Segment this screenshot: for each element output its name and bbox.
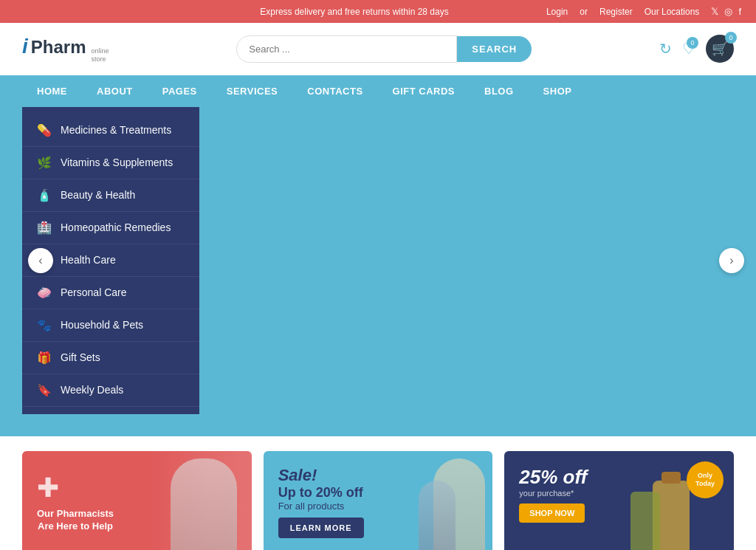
prev-arrow[interactable]: ‹ [28,248,53,273]
sidebar-household-pets-label: Household & Pets [61,319,143,331]
sidebar-gift-sets[interactable]: 🎁 Gift Sets [22,342,199,374]
gift-sets-icon: 🎁 [37,351,52,365]
or-text: or [580,7,588,17]
search-input[interactable] [236,35,457,63]
cart-button[interactable]: 🛒 0 [706,35,734,63]
personal-care-icon: 🧼 [37,286,52,300]
household-pets-icon: 🐾 [37,318,52,332]
sidebar-personal-care-label: Personal Care [61,286,127,298]
weekly-deals-icon: 🔖 [37,383,52,397]
hero-wrapper: ‹ 💊 Medicines & Treatments 🌿 Vitamins & … [22,107,734,414]
shop-now-button[interactable]: SHOP NOW [519,503,585,523]
promo-sale-desc: For all products [278,501,364,512]
sidebar-household-pets[interactable]: 🐾 Household & Pets [22,309,199,342]
promo-sale-people-bg [374,451,492,550]
cart-badge: 0 [725,32,737,44]
promo-discount-big: 25% off [519,466,587,489]
nav-contacts[interactable]: CONTACTS [292,75,377,107]
sidebar-vitamins-label: Vitamins & Supplements [61,157,173,168]
sidebar-beauty-label: Beauty & Health [61,189,135,201]
promo-sale-title: Sale! [278,466,364,485]
search-button[interactable]: SEARCH [457,36,532,62]
bottle2-shape [630,492,660,550]
only-today-badge: Only Today [687,461,724,498]
nav-about[interactable]: ABOUT [82,75,148,107]
sidebar-health-care-label: Health Care [61,254,116,266]
promo-discount-sub: your purchase* [519,489,587,498]
sidebar-vitamins[interactable]: 🌿 Vitamins & Supplements [22,147,199,179]
logo-sub: online store [91,47,109,63]
only-label: Only [698,472,712,480]
homeopathic-icon: 🏥 [37,221,52,235]
promo-section: ✚ Our Pharmacists Are Here to Help Sale!… [0,436,756,550]
promo-pharmacists-text: ✚ Our Pharmacists Are Here to Help [37,472,114,533]
logo-pharm: Pharm [31,37,86,58]
login-link[interactable]: Login [546,7,568,17]
refresh-icon[interactable]: ↻ [659,40,672,58]
logo-i: i [22,35,28,58]
promo-card-sale: Sale! Up to 20% off For all products LEA… [264,451,493,550]
cross-icon: ✚ [37,472,114,503]
medicines-icon: 💊 [37,123,52,137]
promo-discount-text: 25% off your purchase* SHOP NOW [519,466,587,523]
locations-link[interactable]: Our Locations [645,7,700,17]
register-link[interactable]: Register [599,7,633,17]
social-icons: 𝕏 ◎ f [711,6,741,17]
sidebar-gift-sets-label: Gift Sets [61,351,100,363]
sidebar-beauty[interactable]: 🧴 Beauty & Health [22,179,199,212]
promo-card-discount: Only Today 25% off your purchase* SHOP N… [504,451,734,550]
logo-store: store [91,55,109,63]
promo-sale-text: Sale! Up to 20% off For all products LEA… [278,466,364,538]
cart-icon: 🛒 [712,41,728,57]
promo-sale-pct: Up to 20% off [278,485,364,501]
promo-pharmacist-silhouette [171,458,237,550]
sidebar-medicines[interactable]: 💊 Medicines & Treatments [22,114,199,147]
promo-sale-child [419,481,456,550]
next-arrow[interactable]: › [719,248,744,273]
instagram-icon[interactable]: ◎ [724,6,732,17]
nav-home[interactable]: HOME [22,75,82,107]
promo-card-pharmacists: ✚ Our Pharmacists Are Here to Help [22,451,252,550]
sidebar-weekly-deals-label: Weekly Deals [61,384,123,396]
vitamins-icon: 🌿 [37,156,52,170]
wishlist-wrapper: ♡ 0 [682,40,695,58]
bottle-cap [662,472,681,484]
logo: i Pharm online store [22,35,109,63]
nav-shop[interactable]: SHOP [529,75,587,107]
twitter-icon[interactable]: 𝕏 [711,6,718,17]
sidebar-homeopathic[interactable]: 🏥 Homeopathic Remedies [22,212,199,244]
nav-gift-cards[interactable]: GIFT CARDS [378,75,470,107]
sidebar-personal-care[interactable]: 🧼 Personal Care [22,277,199,309]
top-bar: Express delivery and free returns within… [0,0,756,23]
main-section: ‹ 💊 Medicines & Treatments 🌿 Vitamins & … [0,107,756,436]
wishlist-badge: 0 [687,37,698,49]
promo-text: Express delivery and free returns within… [162,7,546,17]
sidebar-homeopathic-label: Homeopathic Remedies [61,221,171,233]
logo-online: online [91,47,109,55]
sidebar-medicines-label: Medicines & Treatments [61,124,171,136]
main-nav: HOME ABOUT PAGES SERVICES CONTACTS GIFT … [0,75,756,107]
top-bar-right: Login or Register Our Locations 𝕏 ◎ f [546,6,741,17]
today-label: Today [695,480,715,488]
sidebar-weekly-deals[interactable]: 🔖 Weekly Deals [22,374,199,407]
header-icons: ↻ ♡ 0 🛒 0 [659,35,734,63]
facebook-icon[interactable]: f [738,6,741,17]
header: i Pharm online store SEARCH ↻ ♡ 0 🛒 0 [0,23,756,75]
search-bar: SEARCH [236,35,532,63]
beauty-icon: 🧴 [37,188,52,202]
learn-more-button[interactable]: LEARN MORE [278,518,364,538]
nav-pages[interactable]: PAGES [148,75,212,107]
promo-pharmacists-title: Our Pharmacists Are Here to Help [37,508,114,533]
nav-blog[interactable]: BLOG [470,75,529,107]
nav-services[interactable]: SERVICES [212,75,293,107]
